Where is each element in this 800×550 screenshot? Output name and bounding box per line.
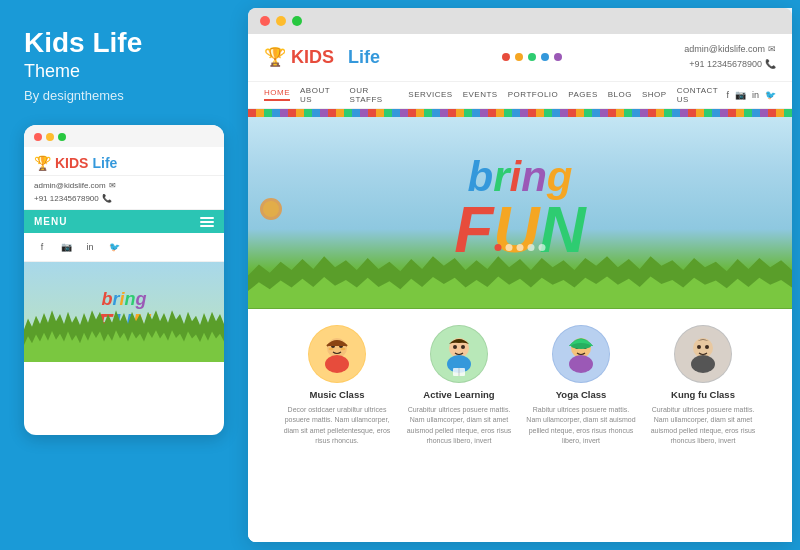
svg-point-2 [325, 355, 349, 373]
nav-contact[interactable]: CONTACT US [677, 86, 727, 104]
hamburger-line-2 [200, 221, 214, 223]
music-avatar [308, 325, 366, 383]
nav-pages[interactable]: PAGES [568, 90, 597, 99]
card-yoga: Yoga Class Rabitur ultrices posuere matt… [526, 325, 636, 447]
music-class-text: Decor ostdcaer urabiltur ultrices posuer… [282, 405, 392, 447]
mobile-hero: bring FUN [24, 262, 224, 362]
learning-avatar [430, 325, 488, 383]
browser-dot-yellow[interactable] [276, 16, 286, 26]
card-music: Music Class Decor ostdcaer urabiltur ult… [282, 325, 392, 447]
email-icon: ✉ [109, 180, 116, 193]
menu-label: MENU [34, 216, 67, 227]
mobile-g: g [136, 289, 147, 309]
browser-dot-red[interactable] [260, 16, 270, 26]
polka-dot-3 [528, 53, 536, 61]
kungfu-class-text: Curabitur ultrices posuere mattis. Nam u… [648, 405, 758, 447]
hero-r: r [493, 153, 509, 200]
mobile-top-bar [24, 125, 224, 147]
nav-linkedin-icon[interactable]: in [752, 90, 759, 100]
polka-dot-1 [502, 53, 510, 61]
site-contact-info: admin@kidslife.com ✉ +91 12345678900 📞 [684, 42, 776, 73]
nav-blog[interactable]: BLOG [608, 90, 632, 99]
instagram-icon[interactable]: 📷 [58, 239, 74, 255]
nav-staffs[interactable]: OUR STAFFS [350, 86, 399, 104]
mobile-mockup: 🏆 KIDS Life admin@kidslife.com ✉ +91 123… [24, 125, 224, 435]
nav-facebook-icon[interactable]: f [726, 90, 729, 100]
site-phone: +91 12345678900 [689, 57, 762, 72]
phone-icon: 📞 [102, 193, 112, 206]
hero-u: U [493, 194, 539, 266]
twitter-icon[interactable]: 🐦 [106, 239, 122, 255]
browser-window: 🏆 KIDS Life admin@kidslife.com [248, 8, 792, 542]
nav-shop[interactable]: SHOP [642, 90, 667, 99]
mobile-bring-text: bring [101, 289, 146, 310]
nav-home[interactable]: HOME [264, 88, 290, 101]
hero-dots-top [248, 109, 792, 117]
slider-dot-4[interactable] [528, 244, 535, 251]
nav-portfolio[interactable]: PORTFOLIO [508, 90, 559, 99]
site-header-top: 🏆 KIDS Life admin@kidslife.com [248, 34, 792, 81]
hamburger-icon[interactable] [200, 217, 214, 227]
hamburger-line-1 [200, 217, 214, 219]
browser-dot-green[interactable] [292, 16, 302, 26]
polka-dot-2 [515, 53, 523, 61]
nav-about[interactable]: ABOUT US [300, 86, 340, 104]
hero-g: g [547, 153, 573, 200]
mobile-dot-green [58, 133, 66, 141]
kungfu-avatar [674, 325, 732, 383]
svg-point-16 [569, 355, 593, 373]
polka-dot-4 [541, 53, 549, 61]
svg-point-22 [691, 355, 715, 373]
cards-row: Music Class Decor ostdcaer urabiltur ult… [264, 325, 776, 447]
site-email: admin@kidslife.com [684, 42, 765, 57]
slider-dot-2[interactable] [506, 244, 513, 251]
mobile-logo-kids: KIDS [55, 155, 88, 171]
site-hero: bring FUN [248, 109, 792, 309]
mobile-dot-yellow [46, 133, 54, 141]
mobile-social-bar: f 📷 in 🐦 [24, 233, 224, 262]
yoga-avatar-svg [553, 326, 609, 382]
slider-dot-3[interactable] [517, 244, 524, 251]
slider-dot-5[interactable] [539, 244, 546, 251]
card-kungfu: Kung fu Class Curabitur ultrices posuere… [648, 325, 758, 447]
nav-events[interactable]: EVENTS [463, 90, 498, 99]
svg-point-23 [697, 345, 701, 349]
site-trophy-icon: 🏆 [264, 46, 286, 68]
svg-point-24 [705, 345, 709, 349]
mobile-menu-bar[interactable]: MENU [24, 210, 224, 233]
svg-point-5 [329, 347, 334, 349]
nav-services[interactable]: SERVICES [408, 90, 452, 99]
active-learning-title: Active Learning [404, 389, 514, 400]
active-learning-text: Curabitur ultrices posuere mattis. Nam u… [404, 405, 514, 447]
kungfu-avatar-svg [675, 326, 731, 382]
hero-fun-text: FUN [454, 198, 586, 262]
music-class-title: Music Class [282, 389, 392, 400]
slider-dot-1[interactable] [495, 244, 502, 251]
mobile-logo: 🏆 KIDS Life [34, 155, 117, 171]
site-header: 🏆 KIDS Life admin@kidslife.com [248, 34, 792, 109]
svg-point-6 [341, 347, 346, 349]
linkedin-icon[interactable]: in [82, 239, 98, 255]
nav-twitter-icon[interactable]: 🐦 [765, 90, 776, 100]
learning-avatar-svg [431, 326, 487, 382]
mobile-email: admin@kidslife.com [34, 180, 106, 193]
hero-bring-text: bring [468, 156, 573, 198]
site-phone-icon: 📞 [765, 57, 776, 72]
yoga-class-title: Yoga Class [526, 389, 636, 400]
mobile-b: b [101, 289, 112, 309]
kungfu-class-title: Kung fu Class [648, 389, 758, 400]
sun-decoration [260, 198, 282, 220]
browser-bar [248, 8, 792, 34]
facebook-icon[interactable]: f [34, 239, 50, 255]
mobile-logo-life: Life [92, 155, 117, 171]
site-email-icon: ✉ [768, 42, 776, 57]
nav-items: HOME ABOUT US OUR STAFFS SERVICES EVENTS… [264, 86, 726, 104]
theme-title: Kids Life [24, 28, 224, 59]
left-panel: Kids Life Theme By designthemes 🏆 KIDS L… [0, 0, 248, 550]
mobile-contact-info: admin@kidslife.com ✉ +91 12345678900 📞 [24, 176, 224, 211]
nav-instagram-icon[interactable]: 📷 [735, 90, 746, 100]
browser-content: 🏆 KIDS Life admin@kidslife.com [248, 34, 792, 542]
theme-subtitle: Theme [24, 61, 224, 82]
theme-by: By designthemes [24, 88, 224, 103]
polka-dot-5 [554, 53, 562, 61]
